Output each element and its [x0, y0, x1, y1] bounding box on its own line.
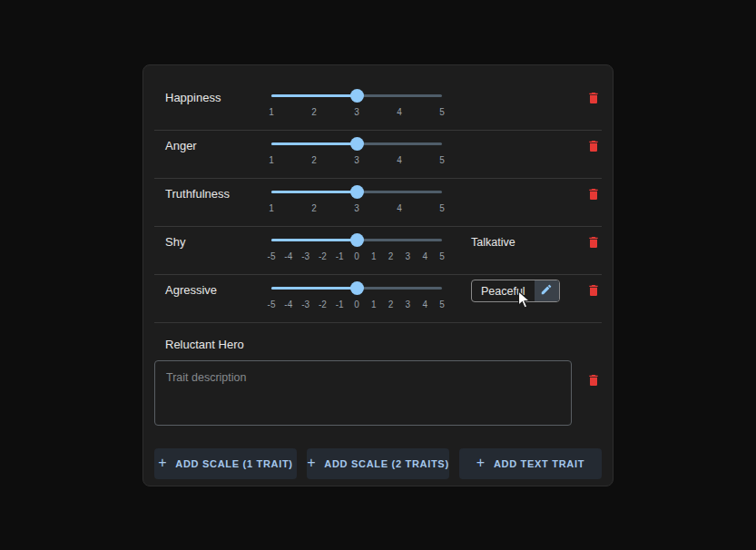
- text-trait-section: Reluctant Hero: [154, 338, 602, 426]
- trash-icon: [586, 187, 601, 204]
- tick-label: -4: [284, 251, 292, 261]
- add-trait-button[interactable]: + ADD SCALE (1 TRAIT): [154, 448, 297, 479]
- slider-thumb[interactable]: [350, 137, 364, 151]
- trait-slider[interactable]: -5-4-3-2-1012345: [271, 275, 442, 315]
- trash-icon: [586, 283, 601, 300]
- tick-label: 4: [397, 155, 402, 165]
- tick-label: -1: [336, 300, 344, 309]
- second-trait-label: Peaceful: [472, 280, 535, 301]
- tick-label: -4: [284, 300, 292, 309]
- tick-label: 1: [269, 155, 274, 165]
- slider-fill: [271, 142, 357, 145]
- plus-icon: +: [158, 455, 167, 471]
- trait-slider[interactable]: 12345: [271, 83, 442, 123]
- scale-rows-container: Happiness 12345 Anger 12345: [143, 83, 613, 323]
- slider-thumb[interactable]: [350, 281, 364, 295]
- tick-label: 4: [422, 300, 427, 309]
- slider-tick-labels: 12345: [271, 107, 442, 120]
- page: { "colors": { "page_bg": "#0d0d0d", "car…: [0, 0, 756, 550]
- add-trait-button[interactable]: + ADD SCALE (2 TRAITS): [307, 448, 449, 479]
- tick-label: 2: [311, 155, 317, 165]
- plus-icon: +: [476, 455, 486, 471]
- trait-description-input[interactable]: [154, 360, 572, 426]
- slider-fill: [271, 191, 357, 193]
- tick-label: -2: [319, 300, 327, 309]
- add-button-label: ADD SCALE (2 TRAITS): [324, 458, 448, 469]
- delete-trait-button[interactable]: [585, 235, 602, 251]
- text-trait-name-label: Reluctant Hero: [154, 338, 602, 351]
- trash-icon: [586, 139, 601, 156]
- delete-trait-button[interactable]: [585, 283, 602, 300]
- tick-label: -3: [301, 300, 309, 309]
- add-button-label: ADD SCALE (1 TRAIT): [175, 458, 292, 469]
- tick-label: -5: [268, 251, 276, 261]
- tick-label: 1: [371, 300, 377, 309]
- delete-trait-button[interactable]: [585, 139, 602, 155]
- tick-label: 3: [354, 203, 359, 213]
- plus-icon: +: [307, 455, 316, 471]
- trait-row: Shy -5-4-3-2-1012345 Talkative: [154, 227, 602, 275]
- add-button-label: ADD TEXT TRAIT: [494, 458, 584, 469]
- delete-trait-button[interactable]: [585, 91, 602, 107]
- trait-row: Agressive -5-4-3-2-1012345 Peaceful: [154, 275, 602, 323]
- slider-tick-labels: 12345: [271, 155, 442, 168]
- slider-fill: [271, 94, 357, 97]
- tick-label: -1: [336, 251, 344, 261]
- slider-fill: [271, 239, 357, 241]
- row-divider: [154, 322, 602, 323]
- tick-label: 1: [371, 251, 377, 261]
- tick-label: 0: [354, 300, 359, 309]
- slider-tick-labels: -5-4-3-2-1012345: [271, 251, 442, 264]
- trait-name-label: Anger: [154, 139, 271, 152]
- slider-fill: [271, 287, 357, 290]
- trait-slider[interactable]: -5-4-3-2-1012345: [271, 227, 442, 267]
- trait-slider[interactable]: 12345: [271, 131, 442, 171]
- edit-trait-button[interactable]: [535, 280, 559, 301]
- tick-label: 5: [439, 107, 445, 117]
- tick-label: 3: [354, 155, 359, 165]
- add-trait-button[interactable]: + ADD TEXT TRAIT: [459, 448, 602, 479]
- pencil-icon: [540, 283, 553, 299]
- add-buttons-row: + ADD SCALE (1 TRAIT) + ADD SCALE (2 TRA…: [154, 448, 602, 479]
- tick-label: 1: [269, 203, 274, 213]
- trash-icon: [586, 91, 601, 108]
- slider-thumb[interactable]: [350, 233, 364, 247]
- tick-label: -2: [319, 251, 327, 261]
- second-trait-label: Talkative: [471, 236, 515, 249]
- second-trait-edit-box: Peaceful: [471, 280, 560, 302]
- tick-label: 5: [439, 155, 445, 165]
- slider-tick-labels: 12345: [271, 203, 442, 216]
- trait-name-label: Shy: [154, 235, 271, 249]
- trait-slider[interactable]: 12345: [271, 179, 442, 219]
- tick-label: 3: [354, 107, 359, 117]
- text-trait-body: [154, 360, 602, 426]
- trash-icon: [586, 235, 601, 252]
- tick-label: 1: [269, 107, 274, 117]
- tick-label: 4: [397, 203, 402, 213]
- trait-name-label: Agressive: [154, 283, 271, 297]
- trait-name-label: Happiness: [154, 91, 271, 104]
- tick-label: -3: [301, 251, 309, 261]
- slider-tick-labels: -5-4-3-2-1012345: [271, 300, 442, 312]
- tick-label: 2: [388, 251, 394, 261]
- tick-label: -5: [268, 300, 276, 309]
- tick-label: 4: [397, 107, 402, 117]
- trait-row: Truthfulness 12345: [154, 179, 602, 227]
- tick-label: 4: [422, 251, 427, 261]
- tick-label: 3: [406, 300, 411, 309]
- trash-icon: [586, 373, 601, 390]
- tick-label: 5: [439, 203, 445, 213]
- trait-right-area: Talkative: [442, 235, 585, 249]
- delete-trait-button[interactable]: [585, 187, 602, 203]
- slider-thumb[interactable]: [350, 185, 364, 199]
- trait-row: Anger 12345: [154, 131, 602, 179]
- slider-thumb[interactable]: [350, 89, 364, 103]
- tick-label: 0: [354, 251, 359, 261]
- tick-label: 3: [406, 251, 411, 261]
- tick-label: 2: [311, 107, 317, 117]
- tick-label: 2: [311, 203, 317, 213]
- delete-trait-button[interactable]: [585, 373, 602, 389]
- trait-right-area: Peaceful: [442, 283, 585, 302]
- trait-row: Happiness 12345: [154, 83, 602, 131]
- tick-label: 2: [388, 300, 394, 309]
